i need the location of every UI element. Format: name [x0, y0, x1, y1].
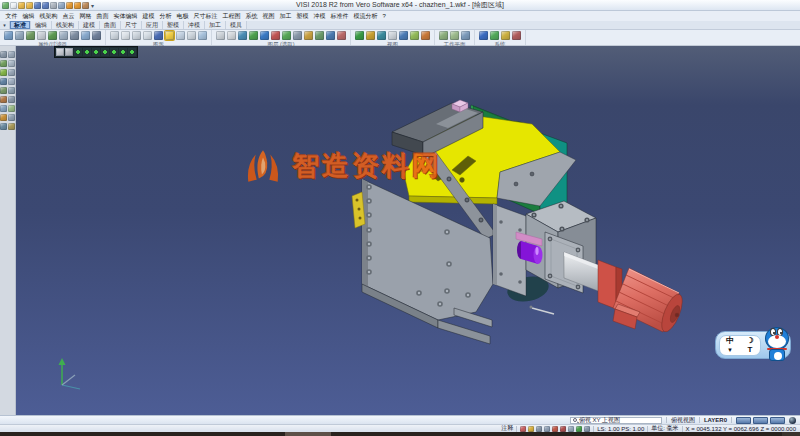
rotate-view-icon[interactable] [399, 31, 408, 40]
ortho-icon[interactable] [568, 426, 574, 432]
crosshair-icon[interactable] [584, 426, 590, 432]
front-view-icon[interactable] [377, 31, 386, 40]
perspective-icon[interactable] [198, 31, 207, 40]
select-solid-icon[interactable] [315, 31, 324, 40]
hidden-line-icon[interactable] [187, 31, 196, 40]
wireframe-icon[interactable] [176, 31, 185, 40]
ime-skin-icon[interactable]: T [748, 346, 753, 354]
iso-view-icon[interactable] [355, 31, 364, 40]
circle-icon[interactable] [8, 60, 15, 67]
3d-viewport[interactable]: 智造资料网 中 ☽ ▼ T [16, 46, 800, 415]
extend-icon[interactable] [8, 87, 15, 94]
named-view-icon[interactable] [421, 31, 430, 40]
print-preview-icon[interactable] [58, 2, 65, 9]
edit-pencil-icon[interactable] [536, 426, 542, 432]
layer-off-icon[interactable] [271, 31, 280, 40]
new-from-template-icon[interactable] [10, 2, 17, 9]
taskbar-tray[interactable] [782, 432, 800, 436]
open-recent-icon[interactable] [26, 2, 33, 9]
element-filter-icon[interactable] [59, 31, 68, 40]
layer-filter-icon[interactable] [48, 31, 57, 40]
color-icon[interactable] [37, 31, 46, 40]
menu-item[interactable]: 建模 [140, 12, 157, 21]
line-icon[interactable] [0, 60, 7, 67]
fillet-icon[interactable] [0, 96, 7, 103]
line-width-icon[interactable] [26, 31, 35, 40]
ribbon-tab[interactable]: 冲模 [184, 21, 205, 29]
deselect-icon[interactable] [337, 31, 346, 40]
menu-item[interactable]: 标准件 [328, 12, 351, 21]
chamfer-icon[interactable] [8, 96, 15, 103]
select-icon[interactable] [0, 51, 7, 58]
menu-item[interactable]: 冲模 [311, 12, 328, 21]
surface-icon[interactable] [0, 78, 7, 85]
stamp-icon[interactable] [82, 2, 89, 9]
ribbon-tab[interactable]: 应用 [142, 21, 163, 29]
menu-item[interactable]: ? [380, 13, 388, 19]
toolbars-icon[interactable] [501, 31, 510, 40]
text-mode-icon[interactable] [560, 426, 566, 432]
ribbon-tab[interactable]: 模具 [226, 21, 247, 29]
zoom-window-icon[interactable] [132, 31, 141, 40]
ribbon-tab[interactable]: 塑模 [163, 21, 184, 29]
redraw-icon[interactable] [110, 31, 119, 40]
ribbon-tab[interactable]: 建模 [79, 21, 100, 29]
ribbon-tab[interactable]: 编辑 [31, 21, 52, 29]
side-view-icon[interactable] [388, 31, 397, 40]
undo-icon[interactable] [66, 2, 73, 9]
ribbon-tab[interactable]: 加工 [205, 21, 226, 29]
view-front-icon[interactable] [92, 48, 100, 56]
menu-item[interactable]: 工程图 [220, 12, 243, 21]
selection-filter-icon[interactable] [92, 31, 101, 40]
pan-icon[interactable] [154, 31, 163, 40]
view-back-icon[interactable] [101, 48, 109, 56]
menu-item[interactable]: 系统 [243, 12, 260, 21]
workplane-xy-icon[interactable] [439, 31, 448, 40]
model-pin[interactable] [530, 306, 555, 315]
menu-item[interactable]: 点云 [60, 12, 77, 21]
refresh-icon[interactable] [576, 426, 582, 432]
ime-toolbar[interactable]: 中 ☽ ▼ T [715, 325, 793, 365]
view-left-icon[interactable] [110, 48, 118, 56]
menu-item[interactable]: 加工 [277, 12, 294, 21]
trim-icon[interactable] [0, 87, 7, 94]
line-type-icon[interactable] [15, 31, 24, 40]
menu-item[interactable]: 实体编辑 [111, 12, 140, 21]
menu-item[interactable]: 视图 [260, 12, 277, 21]
layer-on-icon[interactable] [249, 31, 258, 40]
menu-item[interactable]: 塑模 [294, 12, 311, 21]
select-all-icon[interactable] [282, 31, 291, 40]
layer-new-icon[interactable] [216, 31, 225, 40]
tabbar-dropdown-icon[interactable]: ▾ [0, 21, 10, 29]
rotate-icon[interactable] [8, 105, 15, 112]
ime-buttons[interactable]: 中 ☽ ▼ T [719, 335, 761, 356]
delete-icon[interactable] [8, 123, 15, 130]
dynamic-icon[interactable] [552, 426, 558, 432]
ribbon-tab[interactable]: 尺寸 [121, 21, 142, 29]
solid-icon[interactable] [8, 78, 15, 85]
shade-mode-icon[interactable] [165, 31, 174, 40]
zoom-fit-icon[interactable] [121, 31, 130, 40]
options-icon[interactable] [479, 31, 488, 40]
layer-visibility-icon[interactable] [238, 31, 247, 40]
highlight-icon[interactable] [81, 31, 90, 40]
arc-icon[interactable] [0, 69, 7, 76]
display-mode-button[interactable] [736, 417, 751, 424]
globe-icon[interactable] [789, 417, 796, 424]
measure-icon[interactable] [0, 123, 7, 130]
ime-fullhalf-icon[interactable]: ☽ [746, 337, 753, 345]
select-face-icon[interactable] [326, 31, 335, 40]
menu-item[interactable]: 分析 [157, 12, 174, 21]
print-icon[interactable] [50, 2, 57, 9]
move-icon[interactable] [0, 105, 7, 112]
layer-current-icon[interactable] [260, 31, 269, 40]
workplane-selector[interactable]: 俯视 XY 上视图 [570, 417, 662, 424]
view-top-icon[interactable] [83, 48, 91, 56]
view-right-icon[interactable] [119, 48, 127, 56]
resources-icon[interactable] [512, 31, 521, 40]
snap-grid-icon[interactable] [520, 426, 526, 432]
config-button[interactable] [770, 417, 785, 424]
snap-end-icon[interactable] [528, 426, 534, 432]
ribbon-tab[interactable]: 线架构 [52, 21, 79, 29]
menu-item[interactable]: 电极 [174, 12, 191, 21]
